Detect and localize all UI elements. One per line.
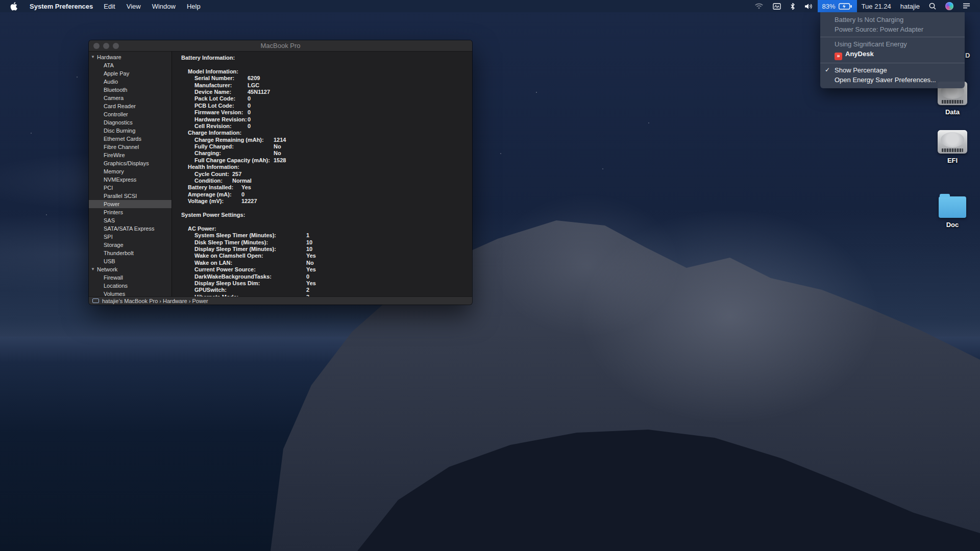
disclosure-triangle-icon	[97, 224, 104, 233]
user-menu-extra[interactable]: hatajie	[896, 3, 924, 10]
battery-info-panel: Battery Information: Model Information: …	[172, 52, 472, 296]
sidebar-item[interactable]: SAS	[89, 216, 172, 224]
sidebar-item[interactable]: Controller	[89, 110, 172, 118]
sidebar-item[interactable]: SATA/SATA Express	[89, 224, 172, 233]
sidebar-item[interactable]: Diagnostics	[89, 118, 172, 127]
disclosure-triangle-icon	[97, 118, 104, 127]
info-row: Cell Revision:0	[194, 123, 472, 130]
volume-menu-extra[interactable]	[800, 0, 818, 12]
sidebar-item[interactable]: ATA	[89, 61, 172, 69]
menu-item[interactable]: View	[121, 3, 146, 10]
info-row: Display Sleep Uses Dim:Yes	[194, 280, 472, 287]
sidebar-item[interactable]: Volumes	[89, 290, 172, 296]
info-row: AC Power:	[188, 226, 472, 232]
info-row: Pack Lot Code:0	[194, 95, 472, 102]
sidebar-item[interactable]: Fibre Channel	[89, 143, 172, 151]
sidebar-item[interactable]: Printers	[89, 208, 172, 216]
sidebar-item[interactable]: ▼Hardware	[89, 53, 172, 61]
clock[interactable]: Tue 21.24	[857, 3, 896, 10]
siri-menu-extra[interactable]	[941, 0, 958, 12]
sidebar-item[interactable]: Disc Burning	[89, 127, 172, 135]
desktop-icon-label: Data	[936, 108, 969, 116]
desktop-icon[interactable]: EFI	[936, 130, 969, 164]
notification-center-menu-extra[interactable]	[958, 0, 975, 12]
status-bar: hatajie’s MacBook Pro › Hardware › Power	[89, 296, 472, 305]
menu-item[interactable]: Edit	[98, 3, 120, 10]
desktop-icon[interactable]: Doc	[936, 196, 969, 229]
sidebar-item[interactable]: Graphics/Displays	[89, 159, 172, 167]
wifi-menu-extra[interactable]	[750, 0, 768, 12]
energy-app-item[interactable]: »AnyDesk	[820, 49, 965, 61]
info-row: PCB Lot Code:0	[194, 103, 472, 109]
sidebar-item[interactable]: Thunderbolt	[89, 249, 172, 257]
disclosure-triangle-icon	[97, 78, 104, 86]
info-row	[181, 205, 472, 212]
sidebar-item[interactable]: Storage	[89, 241, 172, 249]
sidebar-item[interactable]: Camera	[89, 94, 172, 102]
menu-item[interactable]: Window	[146, 3, 181, 10]
sidebar-item[interactable]: Audio	[89, 78, 172, 86]
search-icon	[929, 3, 936, 10]
menu-item[interactable]: Open Energy Saver Preferences...	[820, 76, 965, 86]
disclosure-triangle-icon	[97, 69, 104, 78]
info-row: Cycle Count:257	[194, 171, 472, 178]
sidebar-item[interactable]: Card Reader	[89, 102, 172, 110]
battery-menu-extra[interactable]: 83%	[818, 0, 857, 12]
sidebar-item[interactable]: ▼Network	[89, 265, 172, 273]
sidebar-item[interactable]: Apple Pay	[89, 69, 172, 78]
disclosure-triangle-icon	[97, 273, 104, 282]
anydesk-menu-extra[interactable]	[768, 0, 786, 12]
sidebar-item[interactable]: USB	[89, 257, 172, 265]
info-row: GPUSwitch:2	[194, 287, 472, 293]
info-row: System Sleep Timer (Minutes):1	[194, 232, 472, 239]
disclosure-triangle-icon	[97, 208, 104, 216]
sidebar-item[interactable]: FireWire	[89, 151, 172, 159]
window-title-bar[interactable]: MacBook Pro	[89, 40, 472, 52]
disclosure-triangle-icon	[97, 241, 104, 249]
sidebar-item[interactable]: Parallel SCSI	[89, 192, 172, 200]
bluetooth-menu-extra[interactable]	[786, 0, 800, 12]
sidebar-item[interactable]: Locations	[89, 282, 172, 290]
sidebar-item[interactable]: Power	[89, 200, 172, 208]
laptop-icon	[92, 298, 99, 303]
disclosure-triangle-icon	[97, 184, 104, 192]
info-row: Serial Number:6209	[194, 75, 472, 82]
sidebar-item[interactable]: Firewall	[89, 273, 172, 282]
bluetooth-icon	[790, 3, 795, 10]
desktop: Data EFI Doc D MacBook Pro	[0, 0, 980, 551]
system-info-sidebar: ▼Hardware ATA Apple Pay Audio	[89, 52, 172, 296]
info-row: Wake on Clamshell Open:Yes	[194, 253, 472, 259]
close-button[interactable]	[93, 43, 100, 49]
volume-icon	[938, 130, 967, 154]
info-row: Firmware Version:0	[194, 109, 472, 116]
menu-item[interactable]: ✓Show Percentage	[820, 65, 965, 76]
info-row: Amperage (mA):0	[188, 191, 472, 198]
disclosure-triangle-icon	[97, 61, 104, 69]
sidebar-item[interactable]: NVMExpress	[89, 176, 172, 184]
info-row: Charge Information:	[188, 130, 472, 136]
minimize-button[interactable]	[103, 43, 109, 49]
sidebar-item[interactable]: PCI	[89, 184, 172, 192]
desktop-icon-label: EFI	[936, 157, 969, 164]
system-information-window[interactable]: MacBook Pro ▼Hardware ATA Apple Pay	[89, 40, 472, 305]
zoom-button[interactable]	[113, 43, 119, 49]
disclosure-triangle-icon	[97, 249, 104, 257]
info-row: Manufacturer:LGC	[194, 82, 472, 89]
apple-menu[interactable]	[5, 2, 24, 11]
sidebar-item[interactable]: Memory	[89, 167, 172, 176]
spotlight-menu-extra[interactable]	[924, 0, 941, 12]
disclosure-triangle-icon	[97, 86, 104, 94]
info-row	[181, 218, 472, 225]
checkmark-icon: ✓	[825, 66, 830, 74]
sidebar-item[interactable]: Ethernet Cards	[89, 135, 172, 143]
sidebar-item[interactable]: Bluetooth	[89, 86, 172, 94]
menu-item[interactable]: Help	[181, 3, 206, 10]
disclosure-triangle-icon	[97, 102, 104, 110]
active-app-menu[interactable]: System Preferences	[24, 3, 98, 10]
sidebar-item[interactable]: SPI	[89, 233, 172, 241]
traffic-lights[interactable]	[93, 43, 119, 49]
info-row: Hardware Revision:0	[194, 116, 472, 123]
volume-icon	[939, 196, 966, 218]
battery-status-text: Battery Is Not Charging	[820, 15, 965, 25]
info-row: Charge Remaining (mAh):1214	[194, 137, 472, 143]
